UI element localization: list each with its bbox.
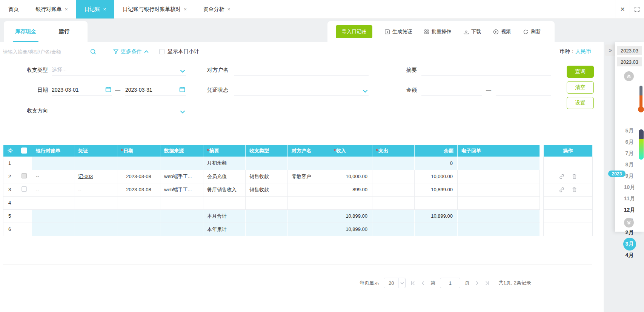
query-button[interactable]: 查询 <box>567 66 594 78</box>
column-gap <box>540 145 544 157</box>
row-checkbox[interactable] <box>22 186 27 192</box>
column-settings[interactable] <box>3 145 16 157</box>
header-expense[interactable]: *支出 <box>372 145 415 157</box>
more-conditions-toggle[interactable]: 更多条件 <box>113 48 149 55</box>
row-checkbox[interactable] <box>22 173 27 178</box>
cell-source: web端手工... <box>160 170 203 183</box>
link-icon[interactable] <box>559 174 565 180</box>
period-box-selected[interactable]: 2023.03 <box>617 57 642 66</box>
scroll-down-icon[interactable] <box>624 218 634 227</box>
period-box-current[interactable]: 2023.03 <box>617 46 642 55</box>
prev-page-icon[interactable] <box>420 280 426 286</box>
search-icon[interactable] <box>90 48 97 56</box>
trash-icon[interactable] <box>572 187 577 192</box>
header-voucher[interactable]: 凭证 <box>74 145 117 157</box>
cell-expense <box>372 209 415 223</box>
row-checkbox-cell <box>16 223 32 236</box>
last-page-icon[interactable] <box>484 280 490 286</box>
download-button[interactable]: 下载 <box>463 28 481 35</box>
close-icon[interactable]: × <box>615 0 630 18</box>
clear-button[interactable]: 清空 <box>567 81 594 94</box>
voucher-link[interactable]: 记-003 <box>78 174 93 179</box>
header-data-source[interactable]: 数据来源 <box>160 145 203 157</box>
month-item-dec[interactable]: 12月 <box>615 204 644 216</box>
calendar-icon[interactable] <box>179 86 185 94</box>
scroll-up-icon[interactable] <box>624 71 634 81</box>
header-summary[interactable]: *摘要 <box>203 145 246 157</box>
tool-label: 批量操作 <box>432 28 451 35</box>
required-mark: * <box>334 148 336 154</box>
amount-min-input[interactable] <box>421 84 482 95</box>
header-date[interactable]: *日期 <box>117 145 160 157</box>
chevron-down-icon[interactable] <box>180 109 185 115</box>
next-page-icon[interactable] <box>474 280 480 286</box>
party-input[interactable] <box>234 64 369 75</box>
batch-operate-button[interactable]: 批量操作 <box>424 28 451 35</box>
tab-home[interactable]: 首页 <box>0 0 27 18</box>
daily-subtotal-label: 显示本日小计 <box>168 48 199 55</box>
first-page-icon[interactable] <box>410 280 416 286</box>
tab-journal[interactable]: 日记账× <box>76 0 115 18</box>
fullscreen-icon[interactable] <box>630 0 644 18</box>
month-item-feb[interactable]: 2月 <box>615 227 644 238</box>
header-e-receipt[interactable]: 电子回单 <box>458 145 540 157</box>
cell-party: 零散客户 <box>288 170 330 183</box>
chevron-down-icon[interactable] <box>180 68 185 74</box>
month-item-nov[interactable]: 11月 <box>615 193 644 204</box>
per-page-select[interactable]: 20 <box>384 278 406 288</box>
subtab-label: 建行 <box>59 28 69 35</box>
tab-bank-statement[interactable]: 银行对账单× <box>27 0 76 18</box>
select-all-checkbox[interactable] <box>21 148 27 154</box>
link-icon[interactable] <box>559 187 565 193</box>
generate-voucher-button[interactable]: 生成凭证 <box>384 28 412 35</box>
cell-receipt <box>458 170 540 183</box>
currency-value[interactable]: 人民币 <box>575 48 591 54</box>
daily-subtotal-checkbox[interactable] <box>159 49 164 54</box>
refresh-button[interactable]: 刷新 <box>523 28 541 35</box>
month-item-apr[interactable]: 4月 <box>615 250 644 261</box>
page-number-input[interactable]: 1 <box>440 278 460 288</box>
tab-close-icon[interactable]: × <box>65 6 68 12</box>
date-from-input[interactable]: 2023-03-01 <box>52 84 112 95</box>
trash-icon[interactable] <box>572 174 577 179</box>
header-bank-statement[interactable]: 银行对账单 <box>32 145 74 157</box>
header-label: 收入 <box>336 148 346 154</box>
import-journal-button[interactable]: 导入日记账 <box>336 25 372 38</box>
header-type[interactable]: 收支类型 <box>246 145 288 157</box>
header-label: 操作 <box>563 148 573 154</box>
header-party[interactable]: 对方户名 <box>288 145 330 157</box>
month-item-aug[interactable]: 8月 <box>615 159 644 171</box>
amount-max-input[interactable] <box>496 84 551 95</box>
video-button[interactable]: 视频 <box>493 28 511 35</box>
subtab-cash[interactable]: 库存现金 <box>4 21 48 42</box>
tab-close-icon[interactable]: × <box>227 6 231 12</box>
calendar-icon[interactable] <box>105 86 111 94</box>
header-label: 银行对账单 <box>36 148 60 154</box>
tab-journal-bank-check[interactable]: 日记账与银行对账单核对× <box>114 0 195 18</box>
settings-button[interactable]: 设置 <box>567 97 594 109</box>
date-to-input[interactable]: 2023-03-31 <box>125 84 186 95</box>
chevron-down-icon[interactable] <box>363 88 368 94</box>
voucher-status-select[interactable] <box>234 84 369 95</box>
header-income[interactable]: *收入 <box>330 145 372 157</box>
cell-receipt <box>458 196 540 209</box>
month-item-mar-selected[interactable]: 3月 <box>615 238 644 250</box>
tab-fund-analysis[interactable]: 资金分析× <box>195 0 239 18</box>
tab-close-icon[interactable]: × <box>103 6 106 12</box>
window-controls: × <box>615 0 644 18</box>
direction-select[interactable] <box>52 105 186 116</box>
tab-close-icon[interactable]: × <box>184 6 187 12</box>
cell-balance: 10,899.00 <box>415 209 458 223</box>
cell-expense <box>372 183 415 196</box>
summary-input[interactable] <box>421 64 551 75</box>
header-balance[interactable]: 余额 <box>415 145 458 157</box>
sidebar-collapse-button[interactable]: » <box>605 45 616 56</box>
type-select[interactable]: 选择... <box>52 64 186 75</box>
month-item-oct[interactable]: 10月 <box>615 182 644 193</box>
journal-table: 银行对账单 凭证 *日期 数据来源 *摘要 收支类型 对方户名 *收入 *支出 … <box>3 145 593 236</box>
column-gap <box>540 157 544 170</box>
header-label: 凭证 <box>78 148 88 154</box>
search-input[interactable] <box>3 46 86 57</box>
subtab-ccb-bank[interactable]: 建行 <box>48 21 81 42</box>
cell-type: 销售收款 <box>246 170 288 183</box>
